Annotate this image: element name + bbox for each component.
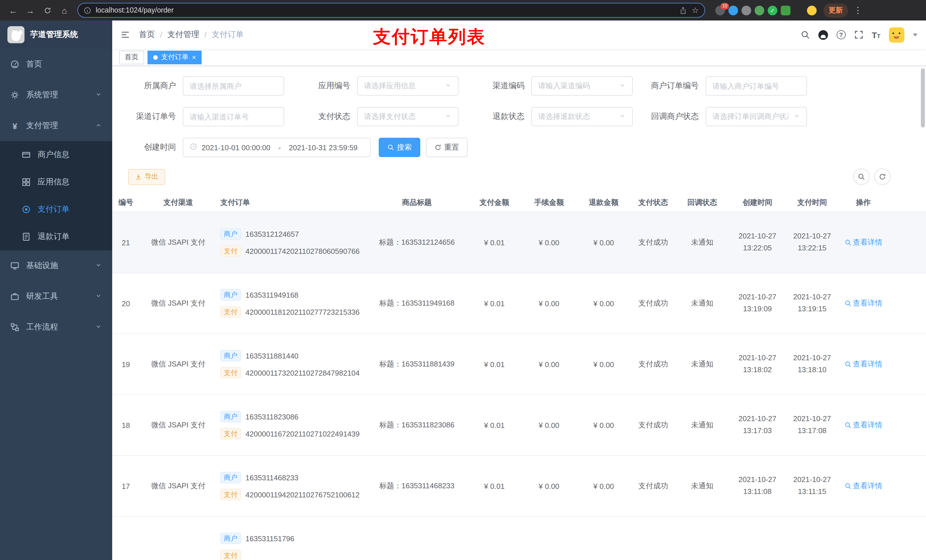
- select-placeholder: 请选择订单回调商户状态: [713, 112, 789, 122]
- fullscreen-icon[interactable]: [854, 30, 863, 39]
- view-detail-link[interactable]: 查看详情: [844, 481, 882, 491]
- sidebar-item-workflow[interactable]: 工作流程: [0, 312, 112, 343]
- cell-fee: ¥ 0.00: [524, 482, 575, 490]
- browser-update-button[interactable]: 更新: [823, 3, 848, 17]
- tab-home[interactable]: 首页: [119, 50, 144, 64]
- cell-refund: ¥ 0.00: [575, 360, 633, 368]
- extension-green-icon[interactable]: [755, 5, 764, 15]
- sidebar-toggle-icon[interactable]: [121, 30, 130, 39]
- extension-square-icon[interactable]: [781, 5, 790, 15]
- sidebar-item-infrastructure[interactable]: 基础设施: [0, 251, 112, 281]
- user-avatar[interactable]: [889, 27, 904, 42]
- merchant-input[interactable]: [183, 76, 284, 96]
- cell-pay-order: 商户1635312124657 支付4200001174202110278060…: [217, 225, 368, 260]
- merchant-order-no: 1635311823086: [245, 412, 298, 421]
- extension-circle-icon[interactable]: [741, 5, 751, 15]
- site-info-icon[interactable]: [84, 6, 91, 14]
- app-logo[interactable]: 芋道管理系统: [0, 21, 112, 49]
- field-label: 渠道编码: [477, 81, 531, 91]
- view-detail-link[interactable]: 查看详情: [844, 298, 882, 308]
- sidebar-item-refund-order[interactable]: 退款订单: [0, 223, 112, 251]
- avatar-dropdown-caret-icon[interactable]: [913, 33, 917, 36]
- header-refund: 退款金额: [575, 197, 633, 207]
- extension-puzzle-icon[interactable]: 10: [715, 5, 725, 15]
- search-icon[interactable]: [800, 30, 809, 39]
- tab-pay-order[interactable]: 支付订单 ×: [147, 50, 201, 64]
- cell-pay-order: 商户1635311823086 支付4200001167202110271022…: [217, 408, 368, 442]
- font-size-icon[interactable]: TT: [872, 30, 881, 39]
- url-text[interactable]: localhost:1024/pay/order: [96, 6, 675, 14]
- select-placeholder: 请输入渠道编码: [538, 81, 590, 91]
- pay-order-no: 4200001194202110276752100612: [245, 490, 360, 499]
- callback-status-select[interactable]: 请选择订单回调商户状态: [706, 107, 807, 126]
- cell-notify: 未通知: [674, 359, 731, 369]
- export-button[interactable]: 导出: [128, 169, 165, 185]
- page-content: 所属商户 应用编号 请选择应用信息 渠道编码 请输入渠道编码: [112, 66, 926, 560]
- search-icon: [844, 483, 851, 489]
- view-detail-link[interactable]: 查看详情: [844, 359, 882, 369]
- home-button[interactable]: ⌂: [57, 3, 72, 18]
- cell-notify: 未通知: [674, 237, 731, 248]
- clock-icon: [190, 143, 197, 152]
- pay-status-select[interactable]: 请选择支付状态: [357, 107, 458, 126]
- sidebar-item-dev-tools[interactable]: 研发工具: [0, 281, 112, 312]
- sidebar-item-payment[interactable]: ¥ 支付管理: [0, 110, 112, 141]
- sidebar-item-app-info[interactable]: 应用信息: [0, 169, 112, 196]
- merchant-tag: 商户: [220, 228, 241, 240]
- sidebar-item-system[interactable]: 系统管理: [0, 80, 112, 110]
- check-glyph: ✓: [770, 7, 775, 14]
- cell-paid: 2021-10-2713:19:15: [784, 291, 840, 315]
- search-icon: [844, 361, 851, 368]
- breadcrumb-item-payment[interactable]: 支付管理: [168, 30, 199, 40]
- cell-id: 19: [112, 360, 139, 368]
- breadcrumb-item-home[interactable]: 首页: [139, 30, 155, 40]
- forward-button[interactable]: →: [23, 3, 38, 18]
- cell-actions: 查看详情: [840, 237, 887, 248]
- toggle-search-button[interactable]: [853, 169, 870, 185]
- refund-status-select[interactable]: 请选择退款状态: [531, 107, 633, 126]
- table-row-partial: 商户163531151796 支付: [112, 517, 926, 560]
- close-tab-icon[interactable]: ×: [192, 54, 196, 60]
- view-detail-link[interactable]: 查看详情: [844, 420, 882, 430]
- reload-button[interactable]: [40, 3, 54, 18]
- cell-status: 支付成功: [633, 237, 674, 248]
- sidebar-item-label: 商户信息: [38, 150, 70, 160]
- search-button[interactable]: 搜索: [379, 138, 420, 157]
- address-bar[interactable]: localhost:1024/pay/order ☆: [77, 3, 705, 18]
- sidebar-item-label: 工作流程: [26, 322, 58, 332]
- filter-callback-status: 回调商户状态 请选择订单回调商户状态: [651, 107, 807, 126]
- cell-id: 21: [112, 238, 139, 247]
- merchant-order-no-input[interactable]: [706, 76, 807, 96]
- sidebar-item-merchant-info[interactable]: 商户信息: [0, 141, 112, 169]
- button-label: 搜索: [397, 142, 412, 152]
- grid-icon: [22, 178, 31, 187]
- download-icon: [135, 173, 142, 180]
- share-icon[interactable]: [680, 6, 687, 14]
- channel-order-no-input[interactable]: [183, 107, 284, 126]
- help-icon[interactable]: ?: [836, 30, 846, 39]
- extension-face-icon[interactable]: [807, 5, 817, 15]
- cell-created: 2021-10-2713:17:03: [731, 413, 784, 437]
- vertical-scrollbar-thumb[interactable]: [921, 68, 925, 127]
- extension-check-icon[interactable]: ✓: [768, 5, 777, 15]
- back-button[interactable]: ←: [6, 3, 21, 18]
- github-icon[interactable]: [818, 30, 828, 39]
- cell-fee: ¥ 0.00: [524, 238, 575, 247]
- refresh-table-button[interactable]: [874, 169, 891, 185]
- channel-code-select[interactable]: 请输入渠道编码: [531, 76, 633, 96]
- bookmark-star-icon[interactable]: ☆: [691, 6, 699, 15]
- reset-button[interactable]: 重置: [426, 138, 468, 157]
- sidebar-item-home[interactable]: 首页: [0, 49, 112, 80]
- target-icon: [22, 205, 31, 214]
- create-time-range-picker[interactable]: 2021-10-01 00:00:00 - 2021-10-31 23:59:5…: [183, 138, 371, 157]
- field-label: 商户订单编号: [651, 81, 706, 91]
- extension-dark-icon[interactable]: [794, 5, 803, 15]
- table-row: 21 微信 JSAPI 支付 商户1635312124657 支付4200001…: [112, 212, 926, 273]
- header-status: 支付状态: [633, 197, 674, 207]
- extension-drop-icon[interactable]: [728, 5, 738, 15]
- view-detail-link[interactable]: 查看详情: [844, 237, 882, 248]
- app-select[interactable]: 请选择应用信息: [357, 76, 458, 96]
- browser-menu-icon[interactable]: ⋮: [850, 5, 865, 15]
- cell-title: 标题：1635311468233: [368, 481, 465, 491]
- sidebar-item-pay-order[interactable]: 支付订单: [0, 196, 112, 223]
